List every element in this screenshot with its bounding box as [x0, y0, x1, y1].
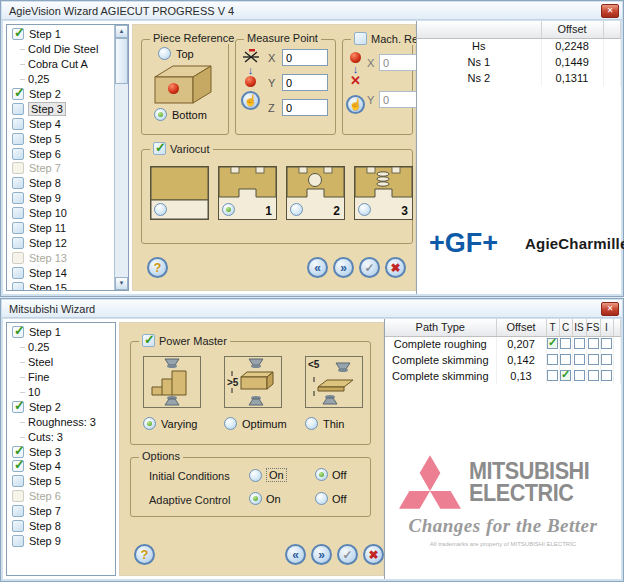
tree-item[interactable]: Step 5 — [7, 131, 128, 146]
mitsubishi-titlebar[interactable]: Mitsubishi Wizard ✕ — [2, 300, 622, 318]
scroll-up-icon[interactable]: ▲ — [115, 25, 128, 38]
variocut-option-plain[interactable] — [150, 166, 209, 220]
variocut-radio-0[interactable] — [154, 203, 167, 216]
tree-item[interactable]: Step 7 — [7, 504, 115, 519]
step-checkbox-icon[interactable] — [12, 28, 24, 40]
radio-bottom[interactable] — [154, 108, 167, 121]
tree-item[interactable]: Step 2 — [7, 399, 115, 414]
tree-item[interactable]: –Cobra Cut A — [7, 57, 128, 72]
radio-top[interactable] — [158, 47, 171, 60]
c-checkbox[interactable] — [560, 338, 571, 349]
touch-probe-button[interactable]: ☝ — [346, 95, 365, 114]
step-checkbox-icon[interactable] — [12, 118, 24, 130]
initial-conditions-on-label[interactable]: On — [266, 468, 287, 482]
step-checkbox-icon[interactable] — [12, 88, 24, 100]
scroll-down-icon[interactable]: ▼ — [115, 277, 128, 290]
power-master-title[interactable]: Power Master — [159, 335, 227, 347]
initial-conditions-off-label[interactable]: Off — [332, 469, 346, 481]
tree-item[interactable]: Step 10 — [7, 206, 128, 221]
tree-item[interactable]: Step 6 — [7, 146, 128, 161]
adaptive-control-on-label[interactable]: On — [266, 493, 281, 505]
variocut-checkbox[interactable] — [153, 142, 166, 155]
tree-item[interactable]: –Cold Die Steel — [7, 42, 128, 57]
variocut-option-1[interactable]: 1 — [218, 166, 277, 220]
power-master-checkbox[interactable] — [142, 334, 155, 347]
measure-z-input[interactable] — [282, 99, 328, 116]
tree-item[interactable]: Step 14 — [7, 265, 128, 280]
tree-item[interactable]: Step 1 — [7, 325, 115, 340]
t-checkbox[interactable] — [547, 338, 558, 349]
t-checkbox[interactable] — [547, 354, 558, 365]
tree-item[interactable]: –0.25 — [7, 340, 115, 355]
variocut-radio-3[interactable] — [358, 203, 371, 216]
help-button[interactable]: ? — [147, 257, 168, 278]
tree-item[interactable]: Step 8 — [7, 519, 115, 534]
adaptive-control-off-radio[interactable] — [315, 492, 328, 505]
forward-button[interactable]: » — [311, 544, 332, 565]
tree-item[interactable]: Step 12 — [7, 235, 128, 250]
step-checkbox-icon[interactable] — [12, 520, 24, 532]
variocut-title[interactable]: Variocut — [170, 143, 210, 155]
tree-item[interactable]: –Steel — [7, 355, 115, 370]
step-checkbox-icon[interactable] — [12, 505, 24, 517]
step-checkbox-icon[interactable] — [12, 460, 24, 472]
variocut-radio-2[interactable] — [290, 203, 303, 216]
is-checkbox[interactable] — [574, 338, 585, 349]
is-checkbox[interactable] — [574, 370, 585, 381]
cancel-button[interactable]: ✖ — [363, 544, 384, 565]
tree-item[interactable]: –Fine — [7, 370, 115, 385]
tree-item[interactable]: Step 15 — [7, 280, 128, 291]
step-checkbox-icon[interactable] — [12, 446, 24, 458]
close-icon[interactable]: ✕ — [601, 302, 619, 316]
mach-ref-checkbox[interactable] — [354, 32, 367, 45]
adaptive-control-off-label[interactable]: Off — [332, 493, 346, 505]
tree-item[interactable]: –0,25 — [7, 72, 128, 87]
step-checkbox-icon[interactable] — [12, 535, 24, 547]
tree-item[interactable]: Step 3 — [7, 101, 128, 116]
measure-x-input[interactable] — [282, 49, 328, 66]
fs-checkbox[interactable] — [588, 354, 599, 365]
power-option-optimum[interactable]: >5 Optimum — [224, 356, 282, 430]
variocut-radio-1[interactable] — [222, 203, 235, 216]
variocut-option-2[interactable]: 2 — [286, 166, 345, 220]
step-checkbox-icon[interactable] — [12, 148, 24, 160]
i-checkbox[interactable] — [601, 370, 612, 381]
power-option-thin[interactable]: <5 — [305, 356, 363, 430]
tree-item[interactable]: Step 4 — [7, 116, 128, 131]
step-checkbox-icon[interactable] — [12, 475, 24, 487]
touch-probe-button[interactable]: ☝ — [241, 91, 260, 110]
back-button[interactable]: « — [285, 544, 306, 565]
step-checkbox-icon[interactable] — [12, 267, 24, 279]
accept-button[interactable]: ✓ — [359, 257, 380, 278]
i-checkbox[interactable] — [601, 338, 612, 349]
initial-conditions-off-radio[interactable] — [315, 468, 328, 481]
power-option-varying[interactable]: Varying — [143, 356, 201, 430]
varying-label[interactable]: Varying — [161, 418, 197, 430]
agie-titlebar[interactable]: AgieVision Wizard AGIECUT PROGRESS V 4 ✕ — [2, 2, 622, 20]
back-button[interactable]: « — [307, 257, 328, 278]
tree-item[interactable]: Step 2 — [7, 87, 128, 102]
variocut-option-3[interactable]: 3 — [354, 166, 413, 220]
varying-radio[interactable] — [143, 417, 156, 430]
adaptive-control-on-radio[interactable] — [249, 492, 262, 505]
initial-conditions-on-radio[interactable] — [249, 469, 262, 482]
tree-item[interactable]: Step 9 — [7, 533, 115, 548]
i-checkbox[interactable] — [601, 354, 612, 365]
forward-button[interactable]: » — [333, 257, 354, 278]
step-checkbox-icon[interactable] — [12, 326, 24, 338]
t-checkbox[interactable] — [547, 370, 558, 381]
tree-item[interactable]: –Roughness: 3 — [7, 414, 115, 429]
step-checkbox-icon[interactable] — [12, 103, 24, 115]
tree-item[interactable]: Step 11 — [7, 221, 128, 236]
radio-bottom-label[interactable]: Bottom — [172, 109, 207, 121]
step-checkbox-icon[interactable] — [12, 177, 24, 189]
optimum-radio[interactable] — [224, 417, 237, 430]
c-checkbox[interactable] — [560, 354, 571, 365]
tree-item[interactable]: Step 9 — [7, 191, 128, 206]
step-checkbox-icon[interactable] — [12, 222, 24, 234]
cancel-button[interactable]: ✖ — [385, 257, 406, 278]
c-checkbox[interactable] — [560, 370, 571, 381]
tree-item[interactable]: Step 8 — [7, 176, 128, 191]
radio-top-label[interactable]: Top — [176, 48, 194, 60]
step-checkbox-icon[interactable] — [12, 192, 24, 204]
